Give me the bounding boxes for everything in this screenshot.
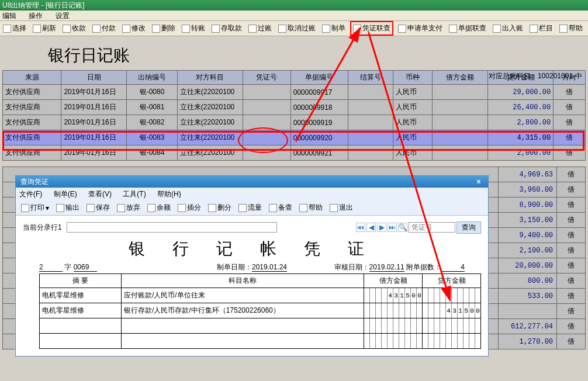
tb-voucher-link[interactable]: 凭证联查 [350, 21, 393, 36]
mtb-del[interactable]: 删分 [206, 202, 233, 214]
tb-unpost[interactable]: 取消过账 [276, 22, 317, 34]
mtb-print[interactable]: 打印 ▾ [19, 202, 51, 214]
search-button[interactable]: 查询 [456, 221, 481, 234]
pay-icon [92, 25, 101, 33]
mtb-abandon[interactable]: 放弃 [115, 202, 142, 214]
select-icon [3, 25, 11, 33]
mtb-insert[interactable]: 插分 [176, 202, 203, 214]
refresh-icon [33, 25, 41, 33]
col-vno[interactable]: 凭证号 [243, 71, 290, 85]
mtb-output[interactable]: 输出 [54, 202, 81, 214]
col-cur[interactable]: 币种 [393, 71, 432, 85]
voucher-link-icon [353, 25, 361, 33]
tb-transfer[interactable]: 转账 [180, 22, 207, 34]
main-toolbar: 选择 刷新 收款 付款 修改 删除 转账 存取款 过账 取消过账 制单 凭证联查… [0, 21, 588, 36]
tb-modify[interactable]: 修改 [120, 22, 147, 34]
make-date: 2019.01.24 [252, 263, 287, 272]
tb-recv[interactable]: 收款 [61, 22, 88, 34]
tb-help[interactable]: 帮助 [558, 22, 584, 34]
voucher-word-prefix: 2 [39, 263, 63, 272]
voucher-no-input[interactable] [409, 222, 455, 233]
tb-select[interactable]: 选择 [1, 22, 28, 34]
nav-next-icon[interactable]: ▶ [377, 223, 386, 232]
mtb-save[interactable]: 保存 [85, 202, 112, 214]
apply-pay-icon [398, 25, 406, 33]
nav-first-icon[interactable]: ⏮ [356, 223, 365, 232]
abandon-icon [117, 204, 125, 212]
voucher-row[interactable]: 电机零星维修应付账款/人民币/单位往来431500 [40, 288, 481, 303]
col-debit[interactable]: 借方金额 [432, 71, 488, 85]
make-icon [322, 25, 330, 33]
menu-ops[interactable]: 操作 [29, 12, 43, 20]
table-row[interactable]: 支付供应商2019年01月16日银-0084立往来(22020100000000… [3, 146, 586, 161]
mtb-help[interactable]: 帮助 [298, 202, 324, 214]
table-row[interactable]: 支付供应商2019年01月16日银-0083立往来(22020100000000… [3, 130, 586, 146]
voucher-query-dialog: 查询凭证 × 文件(F) 制单(E) 查看(V) 工具(T) 帮助(H) 打印 … [15, 175, 489, 356]
tb-refresh[interactable]: 刷新 [31, 22, 58, 34]
voucher-table: 摘 要 科目名称 借方金额 贷方金额 电机零星维修应付账款/人民币/单位往来43… [39, 273, 481, 349]
help2-icon [299, 204, 307, 212]
tb-depositwd[interactable]: 存取款 [210, 22, 244, 34]
m-menu-help[interactable]: 帮助(H) [157, 190, 181, 198]
save-icon [87, 204, 95, 212]
col-settleno[interactable]: 结算号 [348, 71, 393, 85]
window-titlebar: U8出纳管理 - [银行日记账] [0, 0, 588, 11]
cols-icon [530, 25, 538, 33]
entry-input[interactable] [67, 222, 277, 233]
col-docno[interactable]: 单据编号 [290, 71, 348, 85]
vcol-summary: 摘 要 [40, 274, 122, 288]
tb-cols[interactable]: 栏目 [528, 22, 555, 34]
table-row[interactable]: 支付供应商2019年01月16日银-0080立往来(22020100000000… [3, 85, 586, 100]
m-menu-file[interactable]: 文件(F) [19, 190, 42, 198]
exit-icon [330, 204, 338, 212]
entry-label: 当前分录行1 [23, 223, 62, 233]
table-row[interactable]: 支付供应商2019年01月16日银-0081立往来(22020100000000… [3, 100, 586, 115]
voucher-row[interactable] [40, 318, 481, 334]
tb-apply-pay[interactable]: 申请单支付 [396, 22, 444, 34]
tb-delete[interactable]: 删除 [150, 22, 177, 34]
menu-edit[interactable]: 编辑 [2, 12, 16, 20]
tb-make[interactable]: 制单 [320, 22, 347, 34]
tb-to-acct[interactable]: 出入账 [491, 22, 525, 34]
balance-icon [147, 204, 155, 212]
insert-icon [178, 204, 186, 212]
audit-date: 2019.02.11 [369, 263, 404, 272]
recv-icon [63, 25, 71, 33]
tb-pay[interactable]: 付款 [91, 22, 117, 34]
col-date[interactable]: 日期 [61, 71, 127, 85]
vcol-debit: 借方金额 [364, 274, 423, 288]
dialog-toolbar: 打印 ▾ 输出 保存 放弃 余额 插分 删分 流量 备查 帮助 退出 [16, 200, 488, 216]
doc-link-icon [449, 25, 457, 33]
delete-icon [152, 25, 160, 33]
voucher-row[interactable]: 电机零星维修银行存款/人民币存款/中行集环（175200226060）43150… [40, 303, 481, 318]
voucher-row[interactable] [40, 334, 481, 349]
dialog-titlebar[interactable]: 查询凭证 × [16, 176, 488, 188]
dialog-menu: 文件(F) 制单(E) 查看(V) 工具(T) 帮助(H) [16, 188, 488, 200]
mtb-proc[interactable]: 流量 [237, 202, 264, 214]
deposit-icon [212, 25, 220, 33]
m-menu-make[interactable]: 制单(E) [54, 190, 77, 198]
del-icon [208, 204, 216, 212]
mtb-balance[interactable]: 余额 [146, 202, 172, 214]
m-menu-view[interactable]: 查看(V) [88, 190, 112, 198]
tb-post[interactable]: 过账 [247, 22, 274, 34]
menu-settings[interactable]: 设置 [56, 12, 70, 20]
col-counter[interactable]: 对方科目 [177, 71, 243, 85]
vcol-credit: 贷方金额 [423, 274, 481, 288]
memo-icon [269, 204, 277, 212]
account-info: 对应总账科目：100201001-中 [489, 71, 582, 81]
nav-last-icon[interactable]: ⏭ [388, 223, 397, 232]
col-src[interactable]: 来源 [3, 71, 61, 85]
col-cashno[interactable]: 出纳编号 [127, 71, 178, 85]
modify-icon [122, 25, 130, 33]
search-icon[interactable]: 🔍 [398, 223, 407, 232]
table-row[interactable]: 支付供应商2019年01月16日银-0082立往来(22020100000000… [3, 115, 586, 130]
help-icon [559, 25, 568, 33]
mtb-exit[interactable]: 退出 [328, 202, 355, 214]
mtb-memo[interactable]: 备查 [267, 202, 294, 214]
post-icon [248, 25, 257, 33]
nav-prev-icon[interactable]: ◀ [366, 223, 376, 232]
dialog-close-button[interactable]: × [474, 176, 483, 188]
m-menu-tools[interactable]: 工具(T) [123, 190, 146, 198]
tb-doc-link[interactable]: 单据联查 [447, 22, 488, 34]
